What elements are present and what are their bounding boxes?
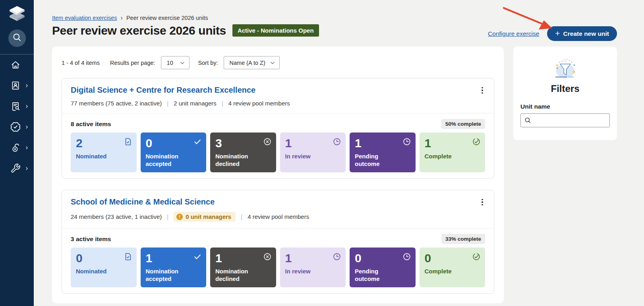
funnel-illustration xyxy=(520,58,610,80)
stat-tile[interactable]: 1 Nomination accepted xyxy=(141,248,207,287)
create-new-unit-label: Create new unit xyxy=(563,30,609,37)
sidebar-item-profiles[interactable] xyxy=(0,75,34,96)
stat-tile[interactable]: 0 Nominated xyxy=(71,248,137,287)
sidebar-item-assessments[interactable] xyxy=(0,117,34,137)
sidebar-item-open-access[interactable] xyxy=(0,137,34,158)
wrench-icon xyxy=(10,163,21,173)
unit-card: Digital Science + Centre for Research Ex… xyxy=(62,78,494,179)
check-icon xyxy=(193,137,202,146)
chevron-right-icon xyxy=(24,145,29,150)
stat-tile[interactable]: 1 In review xyxy=(280,248,346,287)
home-icon xyxy=(10,60,21,70)
stat-tile[interactable]: 1 Pending outcome xyxy=(350,133,416,172)
document-check-icon xyxy=(124,252,132,261)
check-icon xyxy=(193,252,202,261)
stat-tile[interactable]: 1 Complete xyxy=(420,133,485,172)
stat-label: Pending outcome xyxy=(355,152,402,168)
sidebar xyxy=(0,0,34,306)
percent-complete-badge: 50% complete xyxy=(441,119,485,129)
chevron-down-icon xyxy=(270,60,275,66)
filters-title: Filters xyxy=(520,83,610,94)
open-access-icon xyxy=(10,142,21,153)
sidebar-item-home[interactable] xyxy=(0,55,34,75)
stat-tile[interactable]: 1 In review xyxy=(280,133,346,172)
stat-label: Nominated xyxy=(76,267,123,275)
stat-tile[interactable]: 0 Pending outcome xyxy=(350,248,416,287)
meta-separator: | xyxy=(241,213,242,220)
unit-name-search-box xyxy=(520,113,610,127)
stat-tile[interactable]: 0 Nomination accepted xyxy=(141,133,207,172)
x-circle-icon xyxy=(263,137,272,146)
sort-by-select[interactable]: Name (A to Z) xyxy=(224,56,280,69)
sort-by-value: Name (A to Z) xyxy=(230,60,265,66)
profile-document-icon xyxy=(10,80,21,91)
sidebar-search-button[interactable] xyxy=(8,29,26,47)
stat-tile[interactable]: 1 Nomination declined xyxy=(210,248,276,287)
unit-kebab-menu-button[interactable] xyxy=(477,197,487,208)
stat-label: Nomination declined xyxy=(215,152,262,168)
sort-by-label: Sort by: xyxy=(198,60,218,66)
breadcrumb-separator: › xyxy=(121,14,123,21)
sidebar-item-reports[interactable] xyxy=(0,96,34,117)
list-controls: 1 - 4 of 4 items Results per page: 10 So… xyxy=(62,56,494,69)
stat-label: Complete xyxy=(425,152,472,160)
unit-review-pool: 4 review pool members xyxy=(228,100,290,107)
chevron-right-icon xyxy=(24,104,29,109)
stat-label: Pending outcome xyxy=(355,267,402,283)
unit-kebab-menu-button[interactable] xyxy=(477,85,487,96)
stat-tiles: 0 Nominated 1 Nomination accepted 1 Nomi… xyxy=(71,248,485,287)
x-circle-icon xyxy=(263,252,272,261)
page: Item evaluation exercises › Peer review … xyxy=(34,0,644,306)
logo-top-layer xyxy=(10,6,25,15)
unit-managers: 0 unit managers xyxy=(186,213,231,220)
active-items-count: 3 active items xyxy=(71,236,111,243)
stat-label: In review xyxy=(285,267,332,275)
results-per-page-value: 10 xyxy=(167,60,173,66)
document-check-icon xyxy=(124,137,132,146)
meta-separator: | xyxy=(222,100,223,107)
check-circle-icon xyxy=(472,137,481,146)
page-title: Peer review exercise 2026 units xyxy=(52,24,226,37)
stat-tile[interactable]: 0 Complete xyxy=(420,248,485,287)
unit-card: School of Medicine & Medical Science 24 … xyxy=(62,190,494,294)
unit-name-label: Unit name xyxy=(520,103,610,110)
unit-members: 24 members (23 active, 1 inactive) xyxy=(71,213,162,220)
unit-members: 77 members (75 active, 2 inactive) xyxy=(71,100,162,107)
percent-complete-badge: 33% complete xyxy=(441,234,485,244)
filters-panel: Filters Unit name xyxy=(513,47,617,140)
sidebar-item-tools[interactable] xyxy=(0,158,34,179)
search-icon xyxy=(12,32,22,44)
stat-label: Nomination declined xyxy=(215,267,262,283)
unit-name-input[interactable] xyxy=(535,117,614,124)
unit-list-panel: 1 - 4 of 4 items Results per page: 10 So… xyxy=(52,47,504,303)
unit-list: Digital Science + Centre for Research Ex… xyxy=(62,78,494,294)
results-per-page-label: Results per page: xyxy=(110,60,155,66)
unit-meta: 24 members (23 active, 1 inactive) | ! 0… xyxy=(71,212,485,222)
stat-tiles: 2 Nominated 0 Nomination accepted 3 Nomi… xyxy=(71,133,485,172)
chevron-right-icon xyxy=(24,166,29,171)
unit-managers: 2 unit managers xyxy=(174,100,217,107)
badge-check-icon xyxy=(10,122,21,132)
stat-tile[interactable]: 2 Nominated xyxy=(71,133,137,172)
stat-label: Nominated xyxy=(76,152,123,160)
unit-review-pool: 4 review pool members xyxy=(248,213,309,220)
breadcrumb-link[interactable]: Item evaluation exercises xyxy=(52,15,117,21)
clock-icon xyxy=(402,252,411,261)
stat-tile[interactable]: 3 Nomination declined xyxy=(210,133,276,172)
create-new-unit-button[interactable]: + Create new unit xyxy=(547,26,617,41)
search-icon xyxy=(524,117,532,124)
app-logo[interactable] xyxy=(0,0,34,25)
breadcrumb-current: Peer review exercise 2026 units xyxy=(126,15,208,21)
unit-title-link[interactable]: Digital Science + Centre for Research Ex… xyxy=(71,86,255,95)
stat-label: In review xyxy=(285,152,332,160)
chevron-right-icon xyxy=(24,83,29,88)
results-per-page-select[interactable]: 10 xyxy=(161,56,190,69)
report-search-icon xyxy=(10,101,21,111)
unit-title-link[interactable]: School of Medicine & Medical Science xyxy=(71,197,215,207)
chevron-down-icon xyxy=(180,60,185,66)
breadcrumb: Item evaluation exercises › Peer review … xyxy=(52,14,208,21)
clock-icon xyxy=(333,252,341,261)
configure-exercise-link[interactable]: Configure exercise xyxy=(488,30,539,37)
stat-label: Complete xyxy=(425,267,472,275)
stat-label: Nomination accepted xyxy=(146,267,193,283)
